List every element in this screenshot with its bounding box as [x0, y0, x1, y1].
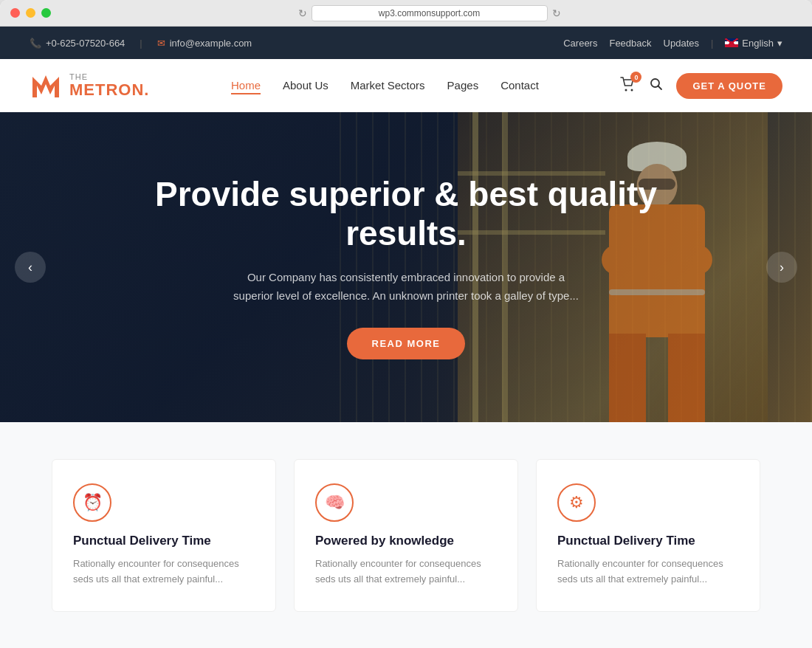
- feature-card-1: 🧠 Powered by knowledge Rationally encoun…: [294, 459, 518, 612]
- hero-subtitle: Our Company has consistently embraced in…: [229, 268, 583, 306]
- nav-link-contact[interactable]: Contact: [500, 79, 539, 92]
- mac-url-bar: ↻ wp3.commonsupport.com ↻: [57, 5, 802, 21]
- svg-line-4: [658, 86, 662, 89]
- feature-icon-0: ⏰: [73, 483, 111, 522]
- nav-item-market[interactable]: Market Sectors: [351, 79, 425, 92]
- phone-icon: 📞: [30, 38, 41, 49]
- top-bar: 📞 +0-625-07520-664 | ✉ info@example.com …: [0, 27, 812, 59]
- nav-item-home[interactable]: Home: [231, 79, 261, 92]
- updates-link[interactable]: Updates: [664, 38, 699, 49]
- search-icon: [650, 77, 663, 91]
- hero-content: Provide superior & best quality results.…: [0, 112, 812, 422]
- divider-1: |: [140, 38, 142, 49]
- feature-card-2: ⚙ Punctual Delivery Time Rationally enco…: [536, 459, 760, 612]
- refresh-icon[interactable]: ↻: [298, 7, 307, 19]
- url-input[interactable]: wp3.commonsupport.com: [312, 5, 548, 21]
- feature-icon-2: ⚙: [557, 483, 596, 522]
- nav-item-contact[interactable]: Contact: [500, 79, 539, 92]
- logo-metron: METRON.: [69, 81, 149, 99]
- top-bar-right-group: Careers Feedback Updates | English ▾: [563, 38, 782, 49]
- feature-desc-1: Rationally encounter for consequences se…: [315, 556, 497, 587]
- language-selector[interactable]: English ▾: [725, 38, 782, 49]
- top-bar-contact-group: 📞 +0-625-07520-664 | ✉ info@example.com: [30, 38, 252, 49]
- nav-item-pages[interactable]: Pages: [447, 79, 479, 92]
- logo-svg: [30, 69, 62, 102]
- nav-link-pages[interactable]: Pages: [447, 79, 479, 92]
- mac-minimize-btn[interactable]: [26, 8, 35, 18]
- svg-marker-0: [32, 75, 59, 97]
- feature-title-2: Punctual Delivery Time: [557, 534, 739, 548]
- feature-title-1: Powered by knowledge: [315, 534, 497, 548]
- feature-desc-2: Rationally encounter for consequences se…: [557, 556, 739, 587]
- features-section: ⏰ Punctual Delivery Time Rationally enco…: [0, 422, 812, 648]
- nav-links: Home About Us Market Sectors Pages Conta…: [231, 79, 539, 92]
- nav-item-about[interactable]: About Us: [283, 79, 328, 92]
- feature-desc-0: Rationally encounter for consequences se…: [73, 556, 255, 587]
- cart-badge: 0: [630, 72, 641, 83]
- feature-title-0: Punctual Delivery Time: [73, 534, 255, 548]
- hero-title: Provide superior & best quality results.: [148, 175, 664, 253]
- language-label: English: [742, 38, 774, 49]
- email-contact[interactable]: ✉ info@example.com: [157, 38, 252, 49]
- hero-prev-arrow[interactable]: ‹: [15, 252, 46, 283]
- quote-button[interactable]: GET A QUOTE: [676, 73, 782, 99]
- separator-lang: |: [711, 38, 713, 49]
- svg-point-1: [625, 89, 627, 92]
- nav-actions: 0 GET A QUOTE: [620, 73, 782, 99]
- search-button[interactable]: [650, 77, 663, 94]
- nav-link-home[interactable]: Home: [231, 79, 261, 94]
- phone-number: +0-625-07520-664: [46, 38, 125, 49]
- hero-cta-button[interactable]: READ MORE: [347, 328, 466, 359]
- phone-contact[interactable]: 📞 +0-625-07520-664: [30, 38, 125, 49]
- logo[interactable]: THE METRON.: [30, 69, 149, 102]
- feature-icon-1: 🧠: [315, 483, 354, 522]
- email-address: info@example.com: [170, 38, 252, 49]
- reload-icon[interactable]: ↻: [552, 7, 561, 19]
- feedback-link[interactable]: Feedback: [609, 38, 651, 49]
- feature-card-0: ⏰ Punctual Delivery Time Rationally enco…: [52, 459, 276, 612]
- cart-button[interactable]: 0: [620, 76, 636, 95]
- mac-close-btn[interactable]: [10, 8, 20, 18]
- flag-icon: [725, 38, 738, 47]
- features-grid: ⏰ Punctual Delivery Time Rationally enco…: [52, 459, 760, 612]
- hero-section: Provide superior & best quality results.…: [0, 112, 812, 422]
- mac-maximize-btn[interactable]: [41, 8, 51, 18]
- email-icon: ✉: [157, 38, 165, 49]
- chevron-down-icon: ▾: [777, 38, 782, 49]
- mac-titlebar: ↻ wp3.commonsupport.com ↻: [0, 0, 812, 27]
- careers-link[interactable]: Careers: [563, 38, 597, 49]
- hero-next-arrow[interactable]: ›: [766, 252, 797, 283]
- svg-point-2: [631, 89, 633, 92]
- logo-text: THE METRON.: [69, 72, 149, 99]
- nav-link-about[interactable]: About Us: [283, 79, 328, 92]
- nav-link-market[interactable]: Market Sectors: [351, 79, 425, 92]
- main-nav: THE METRON. Home About Us Market Sectors…: [0, 59, 812, 112]
